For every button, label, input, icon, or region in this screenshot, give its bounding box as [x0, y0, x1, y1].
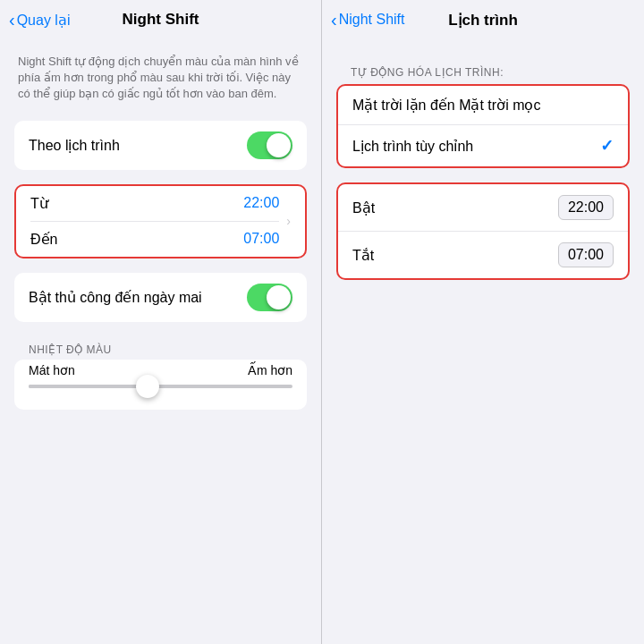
- schedule-toggle[interactable]: [247, 131, 292, 159]
- option1-label: Mặt trời lặn đến Mặt trời mọc: [352, 97, 540, 114]
- option2-row[interactable]: Lịch trình tùy chỉnh ✓: [338, 125, 628, 166]
- manual-label: Bật thủ công đến ngày mai: [29, 289, 202, 306]
- temp-section-header: NHIỆT ĐỘ MÀU: [14, 336, 307, 360]
- from-value: 22:00: [243, 195, 279, 211]
- left-nav-bar: ‹ Quay lại Night Shift: [0, 0, 321, 39]
- auto-section-label: TỰ ĐỘNG HÓA LỊCH TRÌNH:: [336, 54, 630, 84]
- time-card: Bật 22:00 Tắt 07:00: [336, 182, 630, 280]
- temp-card: Mát hơn Ấm hơn: [14, 360, 307, 410]
- manual-row[interactable]: Bật thủ công đến ngày mai: [14, 273, 307, 322]
- slider-fill: [29, 385, 148, 388]
- from-to-card: Từ 22:00 Đến 07:00 ›: [14, 184, 307, 258]
- right-back-button[interactable]: ‹ Night Shift: [331, 10, 404, 30]
- left-back-chevron-icon: ‹: [9, 10, 15, 30]
- right-panel: ‹ Night Shift Lịch trình TỰ ĐỘNG HÓA LỊC…: [322, 0, 644, 644]
- slider-container: Mát hơn Ấm hơn: [14, 360, 307, 410]
- left-back-button[interactable]: ‹ Quay lại: [9, 10, 70, 30]
- left-back-label: Quay lại: [17, 12, 71, 29]
- to-value: 07:00: [243, 231, 279, 247]
- from-to-labels: Từ 22:00 Đến 07:00: [30, 186, 279, 257]
- option1-row[interactable]: Mặt trời lặn đến Mặt trời mọc: [338, 86, 628, 125]
- from-to-wrapper: Từ 22:00 Đến 07:00 ›: [16, 186, 305, 257]
- option2-label: Lịch trình tùy chỉnh: [352, 138, 473, 155]
- from-row[interactable]: Từ 22:00: [30, 186, 279, 222]
- to-label: Đến: [30, 231, 57, 248]
- cooler-label: Mát hơn: [29, 363, 75, 377]
- off-row[interactable]: Tắt 07:00: [338, 232, 628, 278]
- from-to-chevron-icon: ›: [286, 214, 291, 228]
- checkmark-icon: ✓: [600, 136, 614, 156]
- options-card: Mặt trời lặn đến Mặt trời mọc Lịch trình…: [336, 84, 630, 168]
- off-value[interactable]: 07:00: [558, 242, 614, 267]
- right-nav-title: Lịch trình: [448, 11, 518, 30]
- left-content: Night Shift tự động dịch chuyển màu của …: [0, 39, 321, 644]
- on-value[interactable]: 22:00: [558, 195, 614, 220]
- manual-toggle[interactable]: [247, 284, 292, 311]
- warmer-label: Ấm hơn: [248, 363, 292, 377]
- right-back-label: Night Shift: [339, 12, 405, 28]
- left-nav-title: Night Shift: [123, 11, 199, 29]
- slider-thumb[interactable]: [136, 375, 159, 398]
- slider-track[interactable]: [29, 385, 292, 388]
- on-label: Bật: [352, 199, 375, 216]
- on-row[interactable]: Bật 22:00: [338, 184, 628, 232]
- left-panel: ‹ Quay lại Night Shift Night Shift tự độ…: [0, 0, 322, 644]
- right-nav-bar: ‹ Night Shift Lịch trình: [322, 0, 644, 39]
- manual-card: Bật thủ công đến ngày mai: [14, 273, 307, 322]
- manual-toggle-thumb: [267, 285, 291, 309]
- to-row[interactable]: Đến 07:00: [30, 222, 279, 257]
- right-content: TỰ ĐỘNG HÓA LỊCH TRÌNH: Mặt trời lặn đến…: [322, 39, 644, 644]
- slider-labels: Mát hơn Ấm hơn: [29, 363, 292, 377]
- schedule-card: Theo lịch trình: [14, 121, 307, 170]
- from-label: Từ: [30, 195, 48, 212]
- right-back-chevron-icon: ‹: [331, 10, 337, 30]
- description-text: Night Shift tự động dịch chuyển màu của …: [14, 54, 307, 103]
- toggle-thumb: [267, 133, 291, 157]
- schedule-label: Theo lịch trình: [29, 137, 120, 154]
- schedule-row[interactable]: Theo lịch trình: [14, 121, 307, 170]
- off-label: Tắt: [352, 247, 374, 264]
